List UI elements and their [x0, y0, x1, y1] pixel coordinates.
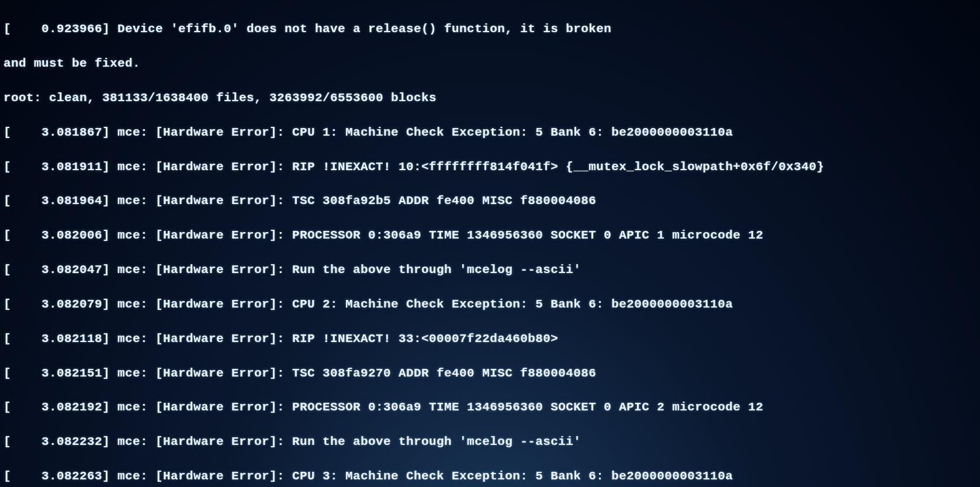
console-line: and must be fixed.: [4, 55, 980, 72]
console-line: [ 3.081867] mce: [Hardware Error]: CPU 1…: [4, 124, 980, 141]
console-line: [ 3.082151] mce: [Hardware Error]: TSC 3…: [4, 365, 980, 382]
console-line: [ 3.081964] mce: [Hardware Error]: TSC 3…: [4, 192, 980, 209]
console-line: root: clean, 381133/1638400 files, 32639…: [4, 89, 980, 106]
console-line: [ 0.923966] Device 'efifb.0' does not ha…: [4, 20, 980, 37]
console-line: [ 3.082006] mce: [Hardware Error]: PROCE…: [4, 227, 980, 244]
console-line: [ 3.082192] mce: [Hardware Error]: PROCE…: [4, 399, 980, 416]
console-line: [ 3.082118] mce: [Hardware Error]: RIP !…: [4, 330, 980, 347]
console-line: [ 3.082232] mce: [Hardware Error]: Run t…: [4, 433, 980, 450]
console-line: [ 3.081911] mce: [Hardware Error]: RIP !…: [4, 158, 980, 175]
kernel-console: [ 0.923966] Device 'efifb.0' does not ha…: [0, 0, 980, 487]
console-line: [ 3.082047] mce: [Hardware Error]: Run t…: [4, 261, 980, 278]
console-line: [ 3.082263] mce: [Hardware Error]: CPU 3…: [4, 468, 980, 485]
console-line: [ 3.082079] mce: [Hardware Error]: CPU 2…: [4, 296, 980, 313]
